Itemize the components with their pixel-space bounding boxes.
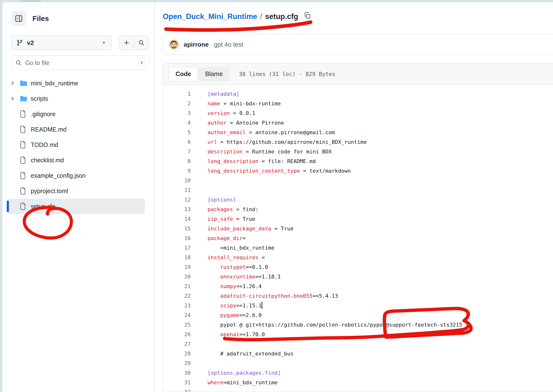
code-segment: include_package_data [207,226,271,231]
line-number[interactable]: 32 [163,387,191,392]
code-segment: =mini_bdx_runtime [223,379,277,385]
tree-item-todo-md[interactable]: TODO.md [7,137,145,153]
line-content: numpy==1.26.4 [191,282,262,291]
line-number[interactable]: 2 [163,99,191,108]
tab-blame[interactable]: Blame [198,67,230,81]
line-number[interactable]: 28 [163,349,191,359]
line-number[interactable]: 5 [163,128,191,137]
tree-item-readme-md[interactable]: README.md [7,122,145,137]
line-content: package_dir= [191,233,246,243]
code-line: 20 onnxruntime==1.18.1 [163,272,553,282]
line-number[interactable]: 27 [163,339,191,349]
tree-item-label: checklist.md [31,157,64,164]
line-content: [metadata] [191,89,239,99]
line-content: packages = find: [191,205,258,214]
line-content: include_package_data = True [191,224,294,233]
line-number[interactable]: 11 [163,185,191,195]
code-segment: = True [271,226,294,231]
tree-item-setup-cfg[interactable]: setup.cfg [7,199,145,214]
branch-selector[interactable]: v2 [11,35,111,50]
code-segment: = text/markdown [300,168,351,174]
code-segment: openai [220,331,239,337]
tree-item-example-config-json[interactable]: example_config.json [7,168,145,183]
code-blame-switch: CodeBlame [169,67,230,81]
line-number[interactable]: 12 [163,195,191,205]
line-content: pygame==2.6.0 [191,310,262,320]
code-segment: long_description [207,158,258,164]
line-number[interactable]: 30 [163,368,191,378]
line-content: author_email = antoine.pirrone@gmail.com [191,128,335,137]
line-number[interactable]: 1 [163,89,191,99]
tree-item--gitignore[interactable]: .gitignore [7,106,145,122]
line-number[interactable]: 14 [163,214,191,224]
text-cursor [262,301,262,309]
line-number[interactable]: 9 [163,166,191,176]
code-segment: name [207,100,220,106]
line-number[interactable]: 4 [163,118,191,128]
tree-item-mini-bdx-runtime[interactable]: mini_bdx_runtime [7,76,145,91]
line-number[interactable]: 19 [163,262,191,272]
line-number[interactable]: 10 [163,176,191,185]
avatar-image [169,39,179,49]
line-number[interactable]: 31 [163,378,191,387]
tab-code[interactable]: Code [169,67,198,81]
line-number[interactable]: 15 [163,224,191,233]
search-tree-button[interactable] [134,35,149,50]
code-line: 15 include_package_data = True [163,224,553,233]
commit-message[interactable]: gpt 4o test [214,41,243,48]
go-to-file-input[interactable] [25,59,138,66]
github-file-page: Files v2 [0,0,553,392]
code-line: 28 # adafruit_extended_bus [163,349,553,359]
tree-item-label: example_config.json [31,172,86,179]
line-number[interactable]: 7 [163,147,191,157]
line-number[interactable]: 17 [163,243,191,253]
tree-item-pyproject-toml[interactable]: pyproject.toml [7,183,145,199]
line-number[interactable]: 25 [163,320,191,330]
line-number[interactable]: 24 [163,310,191,320]
copy-path-button[interactable] [304,12,311,19]
line-number[interactable]: 8 [163,157,191,166]
code-segment: = [242,235,246,241]
line-number[interactable]: 16 [163,233,191,243]
line-number[interactable]: 13 [163,205,191,214]
code-line: 14 zip_safe = True [163,214,553,224]
sidebar-title: Files [33,14,49,23]
commit-author[interactable]: apirrone [184,41,209,48]
line-number[interactable]: 6 [163,137,191,147]
line-number[interactable]: 22 [163,291,191,301]
avatar[interactable] [169,39,179,49]
line-content: onnxruntime==1.18.1 [191,272,281,282]
code-segment: scipy [220,302,236,308]
code-line: 2 name = mini-bdx-runtime [163,99,553,108]
new-file-button[interactable] [119,35,134,50]
line-number[interactable]: 29 [163,359,191,368]
collapse-sidebar-button[interactable] [11,11,26,26]
line-number[interactable]: 23 [163,301,191,310]
file-icon [20,187,26,195]
line-number[interactable]: 20 [163,272,191,282]
code-segment: = find: [233,206,258,212]
code-segment: ==1.70.0 [239,331,265,337]
code-line: 22 adafruit-circuitpython-bno055==5.4.13 [163,291,553,301]
tree-item-scripts[interactable]: scripts [7,91,145,106]
line-number[interactable]: 3 [163,108,191,118]
breadcrumb-file-name: setup.cfg [265,12,298,21]
chevron-right-icon [10,96,15,101]
breadcrumb-repo-link[interactable]: Open_Duck_Mini_Runtime [163,12,257,21]
code-segment: author_email [207,129,246,135]
line-content [191,339,207,349]
line-content: =mini_bdx_runtime [191,243,274,253]
file-content-panel: CodeBlame 38 lines (31 loc) · 829 Bytes … [163,63,553,392]
line-number[interactable]: 21 [163,282,191,291]
line-content: url = https://github.com/apirrone/mini_B… [191,137,367,147]
tree-item-checklist-md[interactable]: checklist.md [7,153,145,168]
code-segment: [options.packages.find] [207,370,281,376]
line-content: [options] [191,195,236,205]
code-segment: install_requires [207,254,258,260]
search-icon [15,60,22,66]
code-segment [207,302,220,308]
line-number[interactable]: 26 [163,330,191,339]
line-number[interactable]: 18 [163,253,191,262]
code-segment: # adafruit_extended_bus [207,351,294,357]
code-line: 9 long_description_content_type = text/m… [163,166,553,176]
